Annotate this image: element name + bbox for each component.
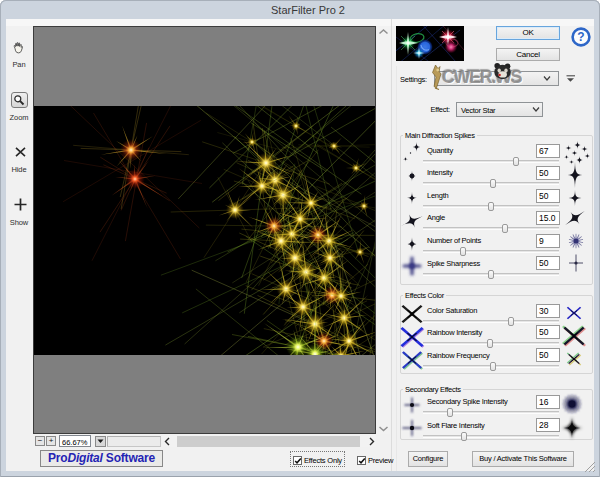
svg-text:?: ?	[577, 30, 584, 44]
